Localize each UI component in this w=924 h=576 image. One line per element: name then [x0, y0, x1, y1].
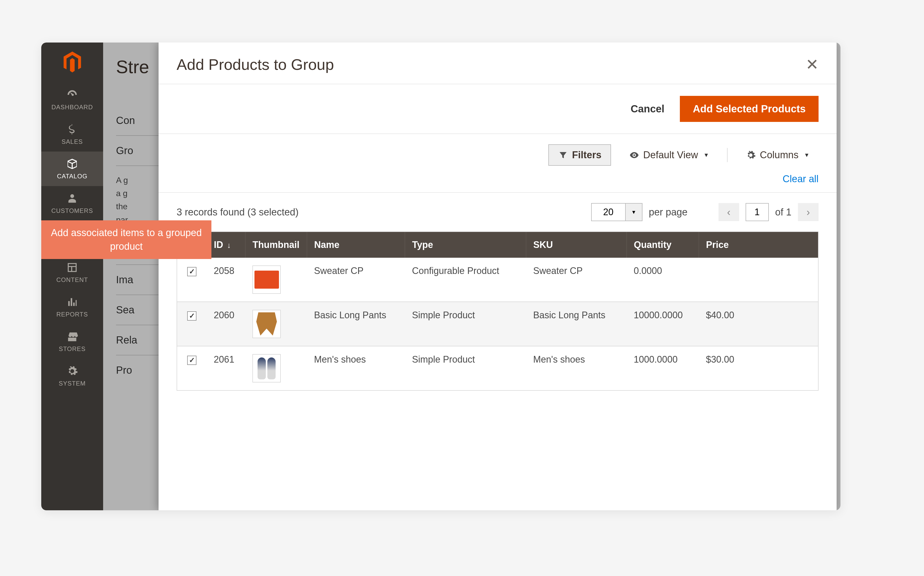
thumbnail-image [252, 310, 281, 338]
col-name[interactable]: Name [307, 232, 405, 258]
eye-icon [629, 150, 639, 160]
bars-icon [65, 296, 79, 308]
clear-row: Clear all [159, 171, 837, 193]
table-row[interactable]: 2058 Sweater CP Configurable Product Swe… [177, 258, 818, 302]
nav-label: CATALOG [57, 173, 87, 180]
nav-sales[interactable]: SALES [41, 117, 103, 152]
cell-name: Men's shoes [307, 346, 405, 390]
person-icon [65, 192, 79, 205]
nav-dashboard[interactable]: DASHBOARD [41, 82, 103, 117]
nav-label: REPORTS [56, 311, 88, 318]
layout-icon [65, 261, 79, 274]
cell-thumbnail [245, 302, 307, 346]
nav-system[interactable]: SYSTEM [41, 359, 103, 393]
cell-sku: Sweater CP [526, 258, 626, 302]
cell-price [699, 258, 818, 302]
nav-catalog[interactable]: CATALOG [41, 152, 103, 186]
col-sku[interactable]: SKU [526, 232, 626, 258]
cell-id: 2058 [207, 258, 245, 302]
funnel-icon [558, 150, 568, 160]
columns-label: Columns [760, 149, 798, 160]
cell-qty: 0.0000 [626, 258, 699, 302]
thumbnail-image [252, 354, 281, 382]
per-page-select[interactable]: ▼ [591, 203, 642, 221]
col-quantity[interactable]: Quantity [626, 232, 699, 258]
cell-type: Simple Product [405, 346, 526, 390]
chevron-down-icon[interactable]: ▼ [625, 203, 642, 221]
per-page-input[interactable] [592, 203, 625, 221]
cell-sku: Basic Long Pants [526, 302, 626, 346]
cell-name: Basic Long Pants [307, 302, 405, 346]
col-id[interactable]: ID↓ [207, 232, 245, 258]
cancel-button[interactable]: Cancel [631, 103, 665, 115]
add-selected-button[interactable]: Add Selected Products [680, 96, 818, 122]
default-view-button[interactable]: Default View ▼ [620, 145, 718, 165]
col-price[interactable]: Price [699, 232, 818, 258]
grid-toolbar: Filters Default View ▼ Columns ▼ [159, 134, 837, 171]
clear-all-link[interactable]: Clear all [783, 173, 818, 184]
cell-thumbnail [245, 346, 307, 390]
cell-id: 2060 [207, 302, 245, 346]
prev-page-button[interactable]: ‹ [719, 203, 739, 221]
table-row[interactable]: 2060 Basic Long Pants Simple Product Bas… [177, 302, 818, 346]
records-row: 3 records found (3 selected) ▼ per page … [159, 193, 837, 232]
cell-thumbnail [245, 258, 307, 302]
cell-type: Configurable Product [405, 258, 526, 302]
nav-label: SALES [62, 138, 83, 146]
cell-sku: Men's shoes [526, 346, 626, 390]
col-thumbnail[interactable]: Thumbnail [245, 232, 307, 258]
app-frame: DASHBOARD SALES CATALOG CUSTOMERS MARKET… [41, 43, 841, 510]
nav-label: CUSTOMERS [51, 207, 93, 214]
row-checkbox[interactable] [187, 356, 197, 365]
cell-qty: 10000.0000 [626, 302, 699, 346]
filters-button[interactable]: Filters [548, 144, 611, 166]
cell-price: $30.00 [699, 346, 818, 390]
close-icon[interactable]: ✕ [805, 55, 818, 74]
nav-customers[interactable]: CUSTOMERS [41, 186, 103, 221]
page-of-text: of 1 [775, 207, 791, 218]
sort-arrow-icon: ↓ [227, 241, 231, 250]
storefront-icon [65, 330, 79, 343]
modal-header: Add Products to Group ✕ [159, 43, 837, 84]
gear-icon [746, 150, 756, 160]
nav-label: CONTENT [56, 276, 88, 283]
nav-stores[interactable]: STORES [41, 324, 103, 359]
cell-price: $40.00 [699, 302, 818, 346]
row-checkbox[interactable] [187, 311, 197, 321]
magento-logo [62, 51, 82, 72]
gear-icon [65, 365, 79, 377]
dollar-icon [65, 123, 79, 136]
box-icon [65, 158, 79, 170]
default-view-label: Default View [643, 149, 698, 160]
modal-title: Add Products to Group [176, 56, 334, 74]
nav-label: STORES [59, 346, 86, 352]
nav-label: SYSTEM [59, 380, 86, 387]
chevron-down-icon: ▼ [703, 152, 709, 158]
toolbar-separator [727, 148, 727, 162]
nav-reports[interactable]: REPORTS [41, 290, 103, 324]
next-page-button[interactable]: › [798, 203, 818, 221]
nav-content[interactable]: CONTENT [41, 255, 103, 290]
dashboard-icon [65, 89, 79, 101]
cell-name: Sweater CP [307, 258, 405, 302]
chevron-down-icon: ▼ [804, 152, 810, 158]
callout-tooltip: Add associated items to a grouped produc… [41, 220, 211, 259]
admin-sidebar: DASHBOARD SALES CATALOG CUSTOMERS MARKET… [41, 43, 103, 510]
products-grid: ▼ ID↓ Thumbnail Name Type SKU Quantity P… [176, 232, 818, 391]
current-page-input[interactable] [746, 203, 769, 221]
cell-id: 2061 [207, 346, 245, 390]
cell-qty: 1000.0000 [626, 346, 699, 390]
row-checkbox[interactable] [187, 267, 197, 276]
thumbnail-image [252, 266, 281, 294]
records-found-text: 3 records found (3 selected) [176, 207, 299, 218]
cell-type: Simple Product [405, 302, 526, 346]
col-type[interactable]: Type [405, 232, 526, 258]
pager-group: ▼ per page ‹ of 1 › [591, 203, 818, 221]
table-row[interactable]: 2061 Men's shoes Simple Product Men's sh… [177, 346, 818, 390]
add-products-modal: Add Products to Group ✕ Cancel Add Selec… [159, 43, 837, 510]
modal-actions: Cancel Add Selected Products [159, 84, 837, 134]
filters-label: Filters [572, 149, 602, 160]
columns-button[interactable]: Columns ▼ [737, 145, 818, 165]
nav-label: DASHBOARD [51, 104, 93, 111]
per-page-label: per page [649, 207, 688, 218]
